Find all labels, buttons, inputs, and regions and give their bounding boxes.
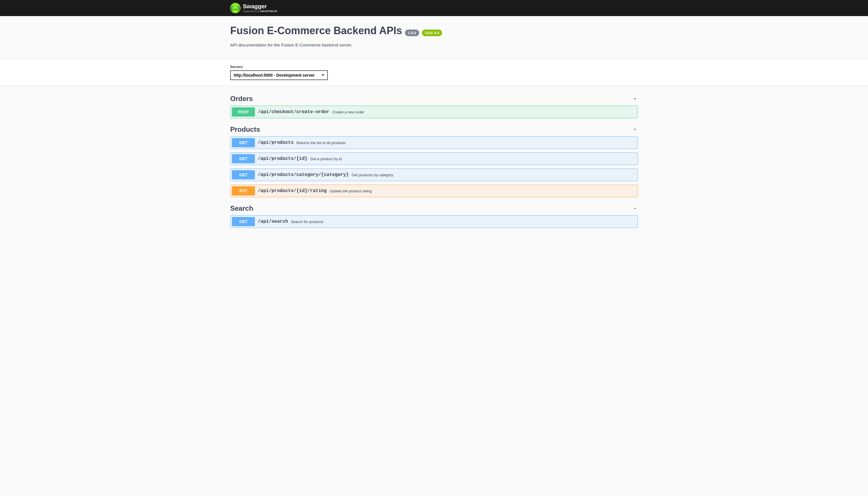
operation-path: /api/products/{id}/rating	[255, 188, 329, 193]
chevron-down-icon	[630, 219, 636, 224]
operations-container: OrdersPOST/api/checkout/create-orderCrea…	[224, 86, 644, 238]
tag-section: OrdersPOST/api/checkout/create-orderCrea…	[230, 92, 638, 118]
operation-path: /api/search	[255, 219, 291, 224]
servers-section: Servers http://localhost:5000 - Developm…	[0, 59, 868, 86]
method-badge: GET	[232, 138, 255, 147]
swagger-logo-icon: {…}	[230, 3, 241, 13]
operation-description: Get a product by id	[310, 157, 630, 161]
tag-header[interactable]: Products	[230, 123, 638, 136]
topbar: {…} Swagger Supported by SMARTBEAR	[0, 0, 868, 16]
operation-description: Search for products	[291, 220, 630, 224]
chevron-down-icon	[630, 172, 636, 178]
operation-block: GET/api/products/{id}Get a product by id	[230, 152, 638, 165]
oas-badge: OAS 3.0	[422, 30, 442, 36]
operation-block: GET/api/productsReturns the list of all …	[230, 136, 638, 149]
brand-tagline: Supported by SMARTBEAR	[243, 10, 277, 13]
swagger-logo[interactable]: {…} Swagger Supported by SMARTBEAR	[230, 3, 277, 13]
tag-section: SearchGET/api/searchSearch for products	[230, 202, 638, 228]
method-badge: GET	[232, 217, 255, 226]
chevron-up-icon	[632, 127, 638, 132]
tag-name: Orders	[230, 95, 253, 103]
method-badge: GET	[232, 170, 255, 180]
operation-description: Create a new order	[332, 110, 630, 114]
servers-label: Servers	[230, 65, 638, 69]
operation-summary[interactable]: GET/api/products/{id}Get a product by id	[231, 153, 637, 165]
operation-path: /api/products/{id}	[255, 156, 310, 161]
chevron-up-icon	[632, 205, 638, 211]
operation-path: /api/products/category/{category}	[255, 172, 352, 177]
tag-header[interactable]: Search	[230, 202, 638, 215]
method-badge: POST	[232, 107, 255, 117]
operation-description: Returns the list of all products	[296, 141, 630, 145]
chevron-down-icon	[630, 109, 636, 115]
server-select[interactable]: http://localhost:5000 - Development serv…	[230, 70, 328, 80]
version-badge: 1.0.0	[405, 30, 419, 36]
tag-name: Search	[230, 204, 253, 213]
tag-name: Products	[230, 125, 260, 134]
method-badge: GET	[232, 154, 255, 163]
tag-section: ProductsGET/api/productsReturns the list…	[230, 123, 638, 197]
operation-block: GET/api/searchSearch for products	[230, 215, 638, 228]
operation-summary[interactable]: POST/api/checkout/create-orderCreate a n…	[231, 106, 637, 118]
operation-block: PUT/api/products/{id}/ratingUpdate the p…	[230, 185, 638, 197]
chevron-down-icon	[630, 156, 636, 161]
page-title: Fusion E-Commerce Backend APIs	[230, 25, 402, 37]
operation-description: Update the product rating	[329, 189, 630, 193]
operation-summary[interactable]: GET/api/searchSearch for products	[231, 216, 637, 228]
chevron-down-icon	[630, 188, 636, 194]
operation-description: Get products by category	[352, 173, 630, 177]
chevron-up-icon	[632, 96, 638, 102]
operation-summary[interactable]: PUT/api/products/{id}/ratingUpdate the p…	[231, 185, 637, 197]
operation-summary[interactable]: GET/api/products/category/{category}Get …	[231, 169, 637, 181]
api-description: API documentation for the Fusion E-Comme…	[230, 43, 638, 47]
operation-block: POST/api/checkout/create-orderCreate a n…	[230, 106, 638, 118]
operation-path: /api/products	[255, 140, 296, 145]
operation-block: GET/api/products/category/{category}Get …	[230, 169, 638, 181]
chevron-down-icon	[630, 140, 636, 145]
info-section: Fusion E-Commerce Backend APIs 1.0.0 OAS…	[224, 16, 644, 59]
operation-summary[interactable]: GET/api/productsReturns the list of all …	[231, 137, 637, 149]
brand-name: Swagger	[243, 3, 277, 9]
operation-path: /api/checkout/create-order	[255, 109, 332, 114]
method-badge: PUT	[232, 186, 255, 196]
tag-header[interactable]: Orders	[230, 92, 638, 106]
